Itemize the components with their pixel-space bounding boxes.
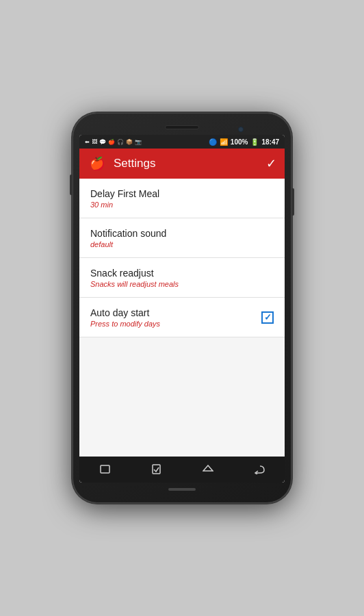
settings-list: Delay First Meal 30 min Notification sou… (79, 179, 285, 457)
setting-item-notification-sound[interactable]: Notification sound default (79, 218, 285, 258)
speaker (165, 125, 199, 129)
nav-menu-button[interactable] (143, 459, 170, 480)
svg-rect-1 (153, 465, 160, 474)
checkbox-checkmark: ✓ (264, 312, 272, 322)
status-right: 🔵 📶 100% 🔋 18:47 (209, 138, 279, 146)
status-time: 18:47 (261, 138, 279, 146)
auto-day-checkbox[interactable]: ✓ (261, 311, 274, 324)
battery-icon: 🔋 (250, 138, 259, 146)
phone-bottom (79, 483, 285, 491)
back-icon (253, 465, 265, 474)
signal-icon: 📶 (220, 138, 228, 146)
home-indicator (168, 488, 196, 491)
status-icon-msg: 💬 (99, 139, 106, 145)
setting-title-notification: Notification sound (90, 228, 274, 239)
status-icon-headphone: 🎧 (117, 139, 124, 145)
bluetooth-icon: 🔵 (209, 138, 217, 146)
setting-title-delay: Delay First Meal (90, 188, 274, 199)
nav-recents-button[interactable] (92, 459, 119, 480)
setting-item-auto-day-start[interactable]: Auto day start Press to modify days ✓ (79, 298, 285, 337)
setting-text-delay: Delay First Meal 30 min (90, 188, 274, 209)
phone-frame: ⬅ 🖼 💬 🍎 🎧 📦 📷 🔵 📶 100% 🔋 18:47 🍎 Setting… (73, 113, 291, 503)
recents-icon (100, 465, 111, 474)
setting-title-snack: Snack readjust (90, 268, 274, 279)
status-icon-cam: 📷 (135, 139, 142, 145)
setting-subtitle-snack: Snacks will readjust meals (90, 280, 274, 288)
phone-top (79, 125, 285, 135)
status-icon-back: ⬅ (85, 139, 90, 145)
app-logo-icon: 🍎 (88, 154, 107, 173)
app-bar-title: Settings (114, 157, 266, 170)
setting-text-notification: Notification sound default (90, 228, 274, 248)
setting-title-autoday: Auto day start (90, 307, 261, 318)
status-bar: ⬅ 🖼 💬 🍎 🎧 📦 📷 🔵 📶 100% 🔋 18:47 (79, 135, 285, 149)
setting-item-snack-readjust[interactable]: Snack readjust Snacks will readjust meal… (79, 258, 285, 298)
setting-subtitle-delay: 30 min (90, 201, 274, 209)
setting-subtitle-autoday: Press to modify days (90, 320, 261, 328)
svg-rect-0 (101, 465, 109, 473)
setting-subtitle-notification: default (90, 240, 274, 248)
svg-marker-2 (203, 465, 213, 471)
status-icon-apple: 🍎 (108, 139, 115, 145)
camera (238, 127, 244, 132)
setting-item-delay-first-meal[interactable]: Delay First Meal 30 min (79, 179, 285, 218)
menu-icon (152, 464, 161, 475)
screen: ⬅ 🖼 💬 🍎 🎧 📦 📷 🔵 📶 100% 🔋 18:47 🍎 Setting… (79, 135, 285, 483)
setting-text-snack: Snack readjust Snacks will readjust meal… (90, 268, 274, 288)
confirm-button[interactable]: ✓ (266, 156, 276, 171)
status-icon-image: 🖼 (92, 139, 97, 145)
nav-back-button[interactable] (246, 459, 273, 480)
nav-home-button[interactable] (194, 459, 222, 480)
setting-text-autoday: Auto day start Press to modify days (90, 307, 261, 328)
app-bar: 🍎 Settings ✓ (79, 149, 285, 179)
status-icon-box: 📦 (126, 139, 133, 145)
status-icons-left: ⬅ 🖼 💬 🍎 🎧 📦 📷 (85, 139, 142, 145)
bottom-nav (79, 457, 285, 483)
battery-percent: 100% (231, 138, 248, 146)
home-icon (203, 465, 213, 474)
